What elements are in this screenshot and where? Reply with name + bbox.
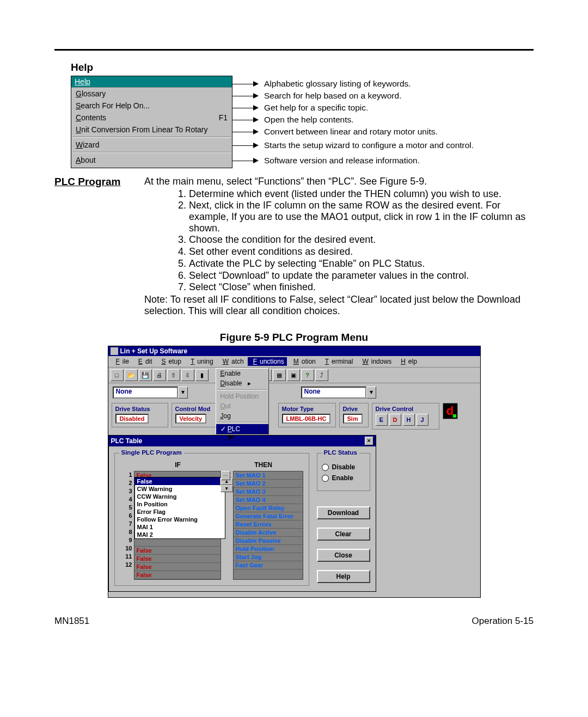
func-out: Out [216, 401, 268, 411]
if-row[interactable]: False [134, 547, 220, 555]
func-disable[interactable]: Disable ▸ [216, 378, 268, 388]
menu-motion[interactable]: Motion [288, 357, 318, 366]
menu-setup[interactable]: Setup [156, 357, 184, 366]
menu-watch[interactable]: Watch [217, 357, 247, 366]
tb-exit-icon[interactable]: ⤴ [315, 369, 328, 381]
combo-2[interactable]: None ▾ [301, 387, 376, 399]
if-opt-errflag[interactable]: Error Flag [135, 508, 225, 516]
motor-type-group: Motor Type LMBL-06B-HC [278, 403, 336, 427]
if-row[interactable]: False [134, 563, 220, 571]
help-item-about[interactable]: About [71, 154, 232, 166]
menu-edit[interactable]: Edit [133, 357, 155, 366]
if-opt-mai2[interactable]: MAI 2 [135, 531, 225, 538]
row-numbers: 12 34 56 78 910 1112 [120, 471, 134, 580]
if-opt-inpos[interactable]: In Position [135, 500, 225, 508]
dropdown-icon[interactable]: … [221, 471, 230, 480]
help-menu-title-text: Help [75, 77, 90, 86]
dc-h-button[interactable]: H [403, 414, 415, 426]
unit-und: U [76, 125, 81, 134]
dc-j-button[interactable]: J [416, 414, 428, 426]
then-row: Fast Gear [234, 561, 303, 569]
help-item-contents[interactable]: Contents F1 [71, 112, 232, 124]
download-button[interactable]: Download [317, 506, 370, 519]
col-if-label: IF [132, 461, 224, 469]
if-opt-ccw[interactable]: CCW Warning [135, 493, 225, 500]
radio-disable[interactable]: Disable [322, 463, 365, 471]
tb-chart-icon[interactable]: ▮ [195, 369, 209, 381]
drive-status-label: Drive Status [115, 406, 164, 412]
func-plc[interactable]: PLC [216, 424, 268, 434]
menu-functions[interactable]: Functions [248, 357, 287, 366]
step-2: Next, click in the IF column on the same… [189, 200, 534, 234]
radio-icon[interactable] [322, 464, 329, 471]
menu-help[interactable]: Help [395, 357, 420, 366]
glossary-label: lossary [82, 89, 106, 98]
then-row: Disable Passive [234, 537, 303, 545]
if-row[interactable] [134, 538, 220, 547]
if-opt-false[interactable]: False [135, 477, 225, 485]
help-item-unit-conversion[interactable]: Unit Conversion From Linear To Rotary [71, 124, 232, 136]
menu-file[interactable]: File [111, 357, 132, 366]
plc-table-dialog: PLC Table × Single PLC Program IF THEN 1… [108, 435, 376, 592]
tb-open-icon[interactable]: 📂 [125, 369, 138, 381]
combo-1[interactable]: None ▾ [113, 387, 188, 399]
drive-group: Drive Sim [339, 403, 369, 427]
tb-upload-icon[interactable]: ⇧ [167, 369, 180, 381]
if-dropdown-list[interactable]: False CW Warning CCW Warning In Position… [134, 477, 225, 539]
func-jog[interactable]: Jog [216, 411, 268, 421]
menu-tuning[interactable]: Tuning [185, 357, 216, 366]
if-row[interactable]: False [134, 571, 220, 579]
dc-e-button[interactable]: E [376, 414, 388, 426]
single-plc-group: Single PLC Program IF THEN 12 34 56 78 9… [114, 453, 309, 586]
func-hold: Hold Position [216, 391, 268, 401]
then-row: Start Jog [234, 553, 303, 561]
tb-new-icon[interactable]: □ [111, 369, 124, 381]
tb-print-icon[interactable]: 🖨 [153, 369, 166, 381]
plc-steps: Determine which event (listed under the … [144, 188, 534, 293]
plc-intro: At the main menu, select “Functions” the… [144, 176, 534, 187]
if-opt-mai1[interactable]: MAI 1 [135, 523, 225, 531]
app-titlebar: Lin + Set Up Software [108, 346, 480, 356]
plc-table: 12 34 56 78 910 1112 False … False [120, 471, 303, 580]
tb-help-icon[interactable]: ? [301, 369, 314, 381]
desc-search: Search for help based on a keyword. [264, 91, 401, 101]
if-column[interactable]: False … False CW Warning CCW Warning In … [134, 471, 221, 580]
radio-enable[interactable]: Enable [322, 474, 365, 482]
menu-separator [72, 152, 231, 153]
figure-title: Figure 5-9 PLC Program Menu [54, 332, 534, 344]
ifthen-header: IF THEN [120, 461, 303, 469]
help-item-wizard[interactable]: Wizard [71, 139, 232, 151]
menu-terminal[interactable]: Terminal [320, 357, 356, 366]
contents-shortcut: F1 [219, 113, 228, 122]
functions-dropdown: Enable Disable ▸ Hold Position Out Jog P… [216, 368, 269, 434]
about-und: A [76, 156, 81, 164]
if-opt-cw[interactable]: CW Warning [135, 485, 225, 493]
menubar: File Edit Setup Tuning Watch Functions M… [108, 356, 480, 367]
plc-status-group: PLC Status Disable Enable [317, 453, 370, 491]
tb-save-icon[interactable]: 💾 [139, 369, 152, 381]
if-opt-follow[interactable]: Follow Error Warning [135, 516, 225, 523]
tb-download-icon[interactable]: ⇩ [181, 369, 194, 381]
menu-windows[interactable]: Windows [357, 357, 394, 366]
clear-button[interactable]: Clear [317, 528, 370, 541]
motor-type-value: LMBL-06B-HC [282, 414, 331, 424]
dc-d-button[interactable]: D [389, 414, 401, 426]
plc-program-heading: PLC Program [54, 176, 144, 316]
top-rule [54, 49, 534, 51]
func-sep [217, 389, 267, 390]
then-row: Hold Position [234, 545, 303, 553]
combo1-arrow-icon[interactable]: ▾ [178, 387, 188, 399]
combo2-arrow-icon[interactable]: ▾ [366, 387, 376, 399]
help-item-glossary[interactable]: Glossary [71, 88, 232, 100]
func-enable[interactable]: Enable [216, 369, 268, 378]
radio-icon[interactable] [322, 475, 329, 482]
scroll-down-icon[interactable]: ▾ [220, 485, 233, 492]
close-icon[interactable]: × [365, 437, 373, 445]
tb-scope-icon[interactable]: ▦ [273, 369, 286, 381]
control-mode-label: Control Mod [175, 406, 219, 412]
tb-terminal-icon[interactable]: ▣ [287, 369, 300, 381]
close-button[interactable]: Close [317, 549, 370, 562]
if-row[interactable]: False [134, 555, 220, 563]
help-button[interactable]: Help [317, 570, 370, 583]
help-item-search[interactable]: Search For Help On... [71, 100, 232, 112]
